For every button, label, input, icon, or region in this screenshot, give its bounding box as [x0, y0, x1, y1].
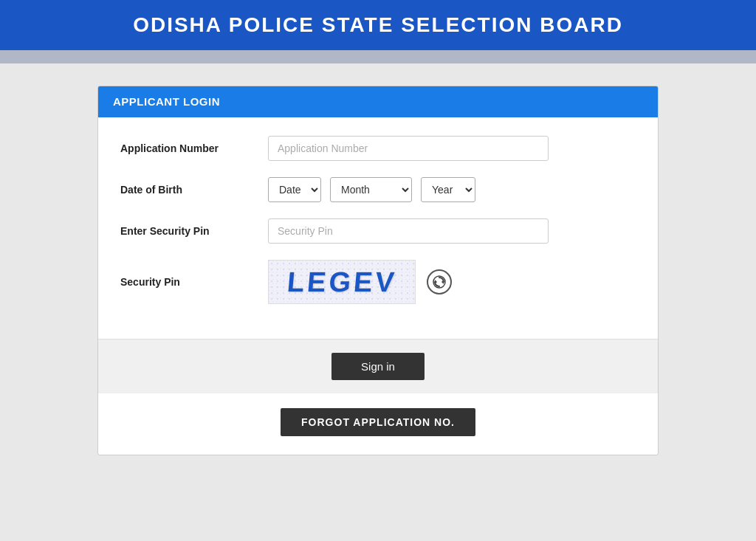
svg-marker-2 — [435, 280, 437, 284]
subheader-bar — [0, 50, 756, 63]
captcha-refresh-button[interactable] — [427, 269, 452, 294]
security-pin-captcha-row: Security Pin LEGEV — [120, 260, 636, 304]
security-pin-input[interactable] — [268, 218, 549, 244]
site-title: ODISHA POLICE STATE SELECTION BOARD — [22, 13, 734, 37]
refresh-icon — [432, 275, 447, 289]
year-select[interactable]: Year 1980 1981 1982 1983 1984 1985 1986 … — [421, 177, 475, 202]
captcha-container: LEGEV — [268, 260, 452, 304]
page-body: APPLICANT LOGIN Application Number Date … — [0, 63, 756, 541]
forgot-section: FORGOT APPLICATION NO. — [98, 393, 658, 455]
date-of-birth-row: Date of Birth Date 1 2 3 4 5 6 7 8 9 10 — [120, 177, 636, 202]
site-header: ODISHA POLICE STATE SELECTION BOARD — [0, 0, 756, 50]
login-card-header: APPLICANT LOGIN — [98, 86, 658, 117]
svg-marker-1 — [441, 280, 444, 284]
login-card-title: APPLICANT LOGIN — [113, 95, 220, 108]
sign-in-button[interactable]: Sign in — [331, 353, 425, 380]
date-select[interactable]: Date 1 2 3 4 5 6 7 8 9 10 11 12 13 — [268, 177, 321, 202]
captcha-image: LEGEV — [268, 260, 416, 304]
application-number-input[interactable] — [268, 136, 549, 161]
security-pin-captcha-label: Security Pin — [120, 276, 268, 288]
application-number-label: Application Number — [120, 142, 268, 154]
forgot-application-button[interactable]: FORGOT APPLICATION NO. — [281, 408, 475, 436]
application-number-row: Application Number — [120, 136, 636, 161]
date-of-birth-label: Date of Birth — [120, 184, 268, 196]
login-card: APPLICANT LOGIN Application Number Date … — [97, 86, 659, 455]
dob-selects-container: Date 1 2 3 4 5 6 7 8 9 10 11 12 13 — [268, 177, 475, 202]
security-pin-input-label: Enter Security Pin — [120, 225, 268, 237]
captcha-text: LEGEV — [286, 266, 399, 298]
month-select[interactable]: Month January February March April May J… — [330, 177, 412, 202]
security-pin-input-row: Enter Security Pin — [120, 218, 636, 244]
login-card-body: Application Number Date of Birth Date 1 … — [98, 117, 658, 339]
login-card-footer: Sign in — [98, 339, 658, 393]
